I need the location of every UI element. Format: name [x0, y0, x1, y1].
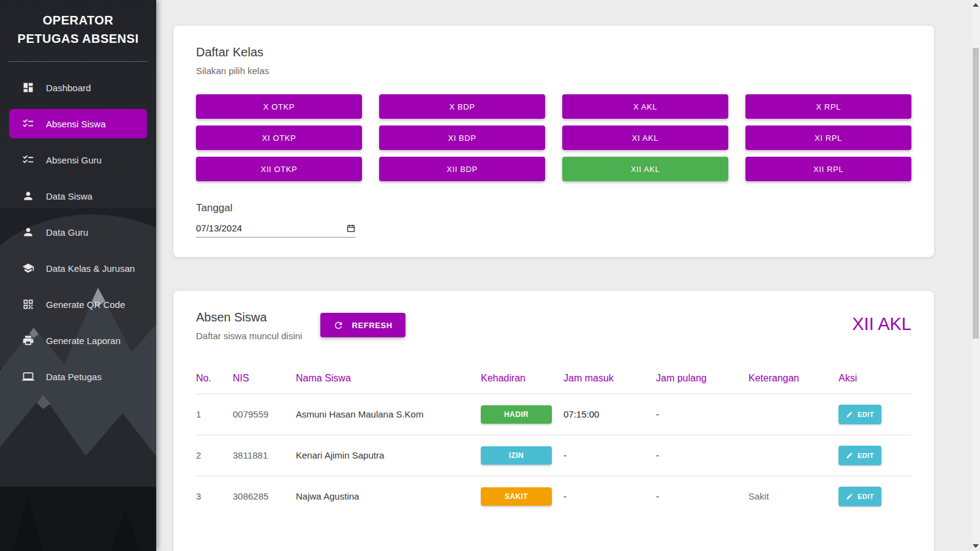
cell-nis: 3086285 — [233, 476, 296, 517]
cell-jam-masuk: 07:15:00 — [564, 394, 656, 435]
absen-siswa-card: Absen Siswa Daftar siswa muncul disini R… — [173, 291, 934, 551]
cell-jam-masuk: - — [564, 476, 656, 517]
cell-keterangan — [748, 435, 839, 476]
pencil-icon — [846, 493, 853, 500]
table-header-cell: Keterangan — [748, 363, 839, 394]
edit-button-label: EDIT — [858, 493, 874, 500]
checklist-icon — [22, 118, 34, 130]
scroll-up-icon[interactable] — [971, 0, 980, 10]
sidebar-item-label: Dashboard — [46, 83, 91, 93]
tanggal-label: Tanggal — [196, 202, 911, 214]
kelas-button[interactable]: X BDP — [379, 94, 545, 119]
cell-kehadiran: IZIN — [481, 435, 564, 476]
dashboard-icon — [22, 81, 34, 94]
table-row: 3 3086285 Najwa Agustina SAKIT - - Sakit — [196, 476, 911, 517]
main-content: Daftar Kelas Silakan pilih kelas X OTKP … — [156, 0, 980, 551]
table-header-cell: Nama Siswa — [296, 363, 481, 394]
sidebar-item[interactable]: Data Petugas — [9, 362, 147, 391]
app-title-line1: OPERATOR — [0, 11, 156, 29]
table-header-cell: Aksi — [839, 363, 911, 394]
sidebar-item[interactable]: Data Kelas & Jurusan — [9, 253, 147, 283]
calendar-icon[interactable] — [346, 223, 356, 233]
cell-nama: Najwa Agustina — [296, 476, 481, 517]
cell-no: 2 — [196, 435, 233, 476]
cell-jam-masuk: - — [564, 435, 656, 476]
sidebar-item[interactable]: Generate Laporan — [9, 326, 147, 355]
cell-aksi: EDIT — [839, 394, 911, 435]
edit-button[interactable]: EDIT — [839, 405, 881, 424]
cell-no: 1 — [196, 394, 233, 435]
cell-keterangan — [748, 394, 839, 435]
table-header-cell: Jam masuk — [564, 363, 656, 394]
checklist-icon — [22, 154, 34, 166]
kelas-button-grid: X OTKP X BDP X AKL X RPL XI OTKP XI BDP … — [196, 94, 911, 181]
sidebar-item[interactable]: Data Siswa — [9, 181, 147, 211]
pencil-icon — [846, 411, 853, 418]
sidebar-item-label: Absensi Guru — [46, 155, 102, 165]
kelas-button[interactable]: XII RPL — [745, 157, 911, 181]
app-title: OPERATOR PETUGAS ABSENSI — [0, 0, 156, 48]
cell-jam-pulang: - — [656, 394, 748, 435]
table-header-cell: NIS — [233, 363, 296, 394]
table-header-cell: Jam pulang — [656, 363, 748, 394]
qr-icon — [22, 298, 34, 310]
page-scrollbar[interactable] — [971, 0, 980, 551]
edit-button[interactable]: EDIT — [839, 487, 881, 506]
cell-nama: Kenari Ajimin Saputra — [296, 435, 481, 476]
selected-class-label: XII AKL — [852, 314, 911, 334]
refresh-button[interactable]: REFRESH — [320, 313, 405, 337]
cell-no: 3 — [196, 476, 233, 517]
person-icon — [22, 190, 34, 202]
app-title-line2: PETUGAS ABSENSI — [0, 29, 156, 48]
absen-siswa-subtitle: Daftar siswa muncul disini — [196, 331, 302, 341]
school-icon — [22, 262, 34, 274]
pencil-icon — [846, 452, 853, 459]
cell-kehadiran: SAKIT — [481, 476, 564, 517]
cell-aksi: EDIT — [839, 476, 911, 517]
kelas-button[interactable]: XII BDP — [379, 157, 545, 181]
cell-jam-pulang: - — [656, 435, 748, 476]
tanggal-date-value: 07/13/2024 — [196, 223, 242, 233]
sidebar-item-label: Data Guru — [46, 227, 88, 238]
kelas-button[interactable]: X OTKP — [196, 94, 362, 119]
sidebar-item-label: Generate Laporan — [46, 335, 121, 346]
kelas-button[interactable]: XII OTKP — [196, 157, 362, 181]
laptop-icon — [22, 370, 34, 383]
cell-kehadiran: HADIR — [481, 394, 564, 435]
sidebar-item[interactable]: Generate QR Code — [9, 290, 147, 319]
kelas-button[interactable]: X RPL — [745, 94, 911, 119]
sidebar-item-label: Generate QR Code — [46, 299, 125, 310]
absen-siswa-title: Absen Siswa — [196, 291, 302, 324]
sidebar-item[interactable]: Data Guru — [9, 217, 147, 247]
sidebar-item-label: Data Kelas & Jurusan — [46, 263, 135, 274]
app-window: OPERATOR PETUGAS ABSENSI Dashboard Absen… — [0, 0, 980, 551]
cell-jam-pulang: - — [656, 476, 748, 517]
kelas-button[interactable]: XI AKL — [562, 126, 728, 150]
daftar-kelas-title: Daftar Kelas — [196, 26, 911, 59]
sidebar-item[interactable]: Dashboard — [9, 73, 147, 102]
kelas-button[interactable]: XI OTKP — [196, 126, 362, 150]
table-header-cell: No. — [196, 363, 233, 394]
sidebar-menu: Dashboard Absensi Siswa Absensi Guru — [0, 73, 156, 391]
kelas-button[interactable]: XII AKL — [562, 157, 728, 181]
sidebar-item[interactable]: Absensi Siswa — [9, 109, 147, 138]
kehadiran-status-badge: IZIN — [481, 446, 552, 465]
cell-keterangan: Sakit — [748, 476, 839, 517]
person-icon — [22, 226, 34, 238]
cell-nis: 0079559 — [233, 394, 296, 435]
table-row: 1 0079559 Asmuni Hasan Maulana S.Kom HAD… — [196, 394, 911, 435]
kelas-button[interactable]: XI BDP — [379, 126, 545, 150]
edit-button-label: EDIT — [858, 411, 874, 418]
sidebar-item[interactable]: Absensi Guru — [9, 145, 147, 174]
kelas-button[interactable]: X AKL — [562, 94, 728, 119]
refresh-button-label: REFRESH — [352, 321, 392, 330]
absen-header: Absen Siswa Daftar siswa muncul disini R… — [196, 291, 911, 341]
kelas-button[interactable]: XI RPL — [745, 126, 911, 150]
sidebar-item-label: Absensi Siswa — [46, 119, 106, 129]
edit-button[interactable]: EDIT — [839, 446, 881, 465]
scroll-down-icon[interactable] — [971, 541, 980, 551]
scrollbar-thumb[interactable] — [973, 48, 979, 339]
tanggal-date-input[interactable]: 07/13/2024 — [196, 223, 356, 238]
sidebar-divider — [9, 61, 148, 62]
absen-table: No. NIS Nama Siswa Kehadiran Jam masuk J… — [196, 363, 911, 517]
